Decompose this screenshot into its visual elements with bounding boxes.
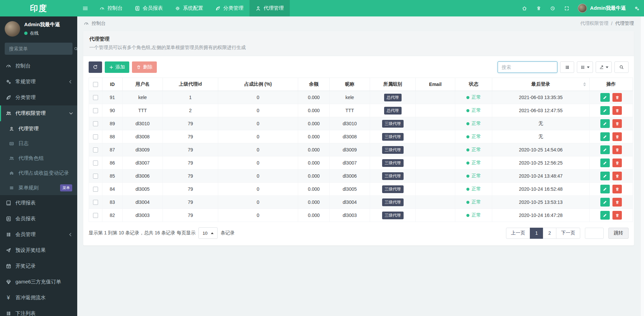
edit-button[interactable] bbox=[600, 93, 610, 102]
edit-button[interactable] bbox=[600, 198, 610, 207]
delete-row-button[interactable] bbox=[612, 93, 622, 102]
delete-row-button[interactable] bbox=[612, 172, 622, 180]
sidebar-item-game6-orders[interactable]: game6三方充值订单 bbox=[0, 274, 77, 290]
sidebar-item-member-report[interactable]: 会员报表 bbox=[0, 211, 77, 227]
sidebar-item-agent-roles[interactable]: 代理角色组 bbox=[0, 151, 77, 166]
row-select-cell[interactable] bbox=[89, 209, 102, 222]
settings-button[interactable] bbox=[630, 0, 644, 16]
sidebar-item-menu-rules[interactable]: 菜单规则 菜单 bbox=[0, 180, 77, 195]
row-select-cell[interactable] bbox=[89, 170, 102, 183]
sidebar-item-general[interactable]: 常规管理 bbox=[0, 74, 77, 90]
row-checkbox[interactable] bbox=[93, 134, 98, 139]
scrollbar[interactable] bbox=[640, 16, 644, 316]
edit-button[interactable] bbox=[600, 185, 610, 193]
row-checkbox[interactable] bbox=[93, 121, 98, 126]
sidebar-item-agent-report[interactable]: 代理报表 bbox=[0, 195, 77, 211]
jump-button[interactable]: 跳转 bbox=[608, 228, 629, 239]
sidebar-item-first-recharge-rebate[interactable]: ¥ 首冲返佣流水 bbox=[0, 290, 77, 306]
tab-dashboard[interactable]: 控制台 bbox=[93, 0, 129, 16]
sidebar-item-category[interactable]: 分类管理 bbox=[0, 90, 77, 105]
sidebar-toggle-button[interactable] bbox=[77, 0, 93, 16]
row-select-cell[interactable] bbox=[89, 104, 102, 117]
edit-button[interactable] bbox=[600, 211, 610, 220]
delete-row-button[interactable] bbox=[612, 185, 622, 193]
gauge-icon bbox=[5, 63, 12, 69]
table-search-input[interactable] bbox=[498, 61, 557, 73]
home-button[interactable] bbox=[517, 0, 532, 16]
tab-member-report[interactable]: 会员报表 bbox=[129, 0, 169, 16]
sidebar-item-log[interactable]: 日志 bbox=[0, 136, 77, 151]
row-checkbox[interactable] bbox=[93, 95, 98, 100]
clear-session-button[interactable] bbox=[546, 0, 560, 16]
clear-cache-button[interactable] bbox=[532, 0, 546, 16]
breadcrumb-parent[interactable]: 代理权限管理 bbox=[580, 20, 608, 27]
row-select-cell[interactable] bbox=[89, 143, 102, 156]
row-select-cell[interactable] bbox=[89, 183, 102, 196]
row-checkbox[interactable] bbox=[93, 108, 98, 113]
edit-button[interactable] bbox=[600, 106, 610, 115]
col-balance: 余额 bbox=[298, 78, 330, 91]
jump-page-input[interactable] bbox=[585, 228, 604, 239]
delete-row-button[interactable] bbox=[612, 145, 622, 154]
sidebar-item-dashboard[interactable]: 控制台 bbox=[0, 58, 77, 74]
refresh-button[interactable] bbox=[89, 61, 102, 73]
tab-category[interactable]: 分类管理 bbox=[209, 0, 249, 16]
tab-agent-manage[interactable]: 代理管理 bbox=[249, 0, 290, 16]
delete-row-button[interactable] bbox=[612, 132, 622, 141]
cell-username: TTT bbox=[123, 104, 163, 117]
cell-nickname: dl3009 bbox=[330, 143, 370, 156]
row-checkbox[interactable] bbox=[93, 200, 98, 205]
status-label: 正常 bbox=[472, 186, 481, 192]
delete-row-button[interactable] bbox=[612, 211, 622, 220]
gear-icon bbox=[175, 6, 180, 11]
delete-button[interactable]: 删除 bbox=[132, 61, 157, 73]
row-checkbox[interactable] bbox=[93, 147, 98, 152]
row-select-cell[interactable] bbox=[89, 130, 102, 143]
row-checkbox[interactable] bbox=[93, 161, 98, 166]
fullscreen-button[interactable] bbox=[560, 0, 574, 16]
cell-status: 正常 bbox=[455, 130, 492, 143]
user-menu[interactable]: Admin我最牛逼 bbox=[574, 4, 630, 13]
page-size-select[interactable]: 10 bbox=[198, 227, 218, 239]
add-button[interactable]: 添加 bbox=[105, 61, 129, 73]
prev-page-button[interactable]: 上一页 bbox=[506, 228, 530, 239]
breadcrumb-home[interactable]: 控制台 bbox=[92, 20, 106, 27]
delete-row-button[interactable] bbox=[612, 159, 622, 167]
columns-button[interactable] bbox=[577, 61, 593, 73]
delete-row-button[interactable] bbox=[612, 198, 622, 207]
col-last-login[interactable]: 最后登录 bbox=[492, 78, 590, 91]
edit-button[interactable] bbox=[600, 145, 610, 154]
row-select-cell[interactable] bbox=[89, 156, 102, 170]
sidebar-item-agent-auth[interactable]: 代理权限管理 bbox=[0, 105, 77, 121]
select-all-checkbox[interactable] bbox=[93, 82, 98, 87]
edit-button[interactable] bbox=[600, 132, 610, 141]
page-1-button[interactable]: 1 bbox=[530, 228, 543, 239]
sidebar-item-preset-result[interactable]: 预设开奖结果 bbox=[0, 242, 77, 258]
row-checkbox[interactable] bbox=[93, 174, 98, 179]
edit-button[interactable] bbox=[600, 172, 610, 180]
sidebar-item-draw-records[interactable]: 开奖记录 bbox=[0, 258, 77, 274]
advanced-search-button[interactable] bbox=[614, 61, 629, 73]
row-select-cell[interactable] bbox=[89, 196, 102, 209]
sidebar-item-agent-income-log[interactable]: 代理占成收益变动记录 bbox=[0, 166, 77, 180]
sidebar-item-agent-manage[interactable]: 代理管理 bbox=[0, 121, 77, 136]
tab-system-config[interactable]: 系统配置 bbox=[169, 0, 209, 16]
row-select-cell[interactable] bbox=[89, 117, 102, 130]
edit-button[interactable] bbox=[600, 119, 610, 128]
page-2-button[interactable]: 2 bbox=[543, 228, 556, 239]
edit-button[interactable] bbox=[600, 159, 610, 167]
row-checkbox[interactable] bbox=[93, 187, 98, 192]
select-all-header[interactable] bbox=[89, 78, 102, 91]
row-select-cell[interactable] bbox=[89, 91, 102, 104]
toggle-view-button[interactable] bbox=[560, 61, 574, 73]
cell-email bbox=[416, 91, 455, 104]
delete-row-button[interactable] bbox=[612, 106, 622, 115]
row-checkbox[interactable] bbox=[93, 213, 98, 218]
sidebar-item-bet-list[interactable]: 下注列表 bbox=[0, 306, 77, 316]
status-dot bbox=[466, 162, 469, 165]
delete-row-button[interactable] bbox=[612, 119, 622, 128]
next-page-button[interactable]: 下一页 bbox=[556, 228, 580, 239]
sidebar-item-member-manage[interactable]: 会员管理 bbox=[0, 227, 77, 242]
export-button[interactable] bbox=[596, 61, 612, 73]
sidebar-search-input[interactable] bbox=[5, 46, 74, 51]
